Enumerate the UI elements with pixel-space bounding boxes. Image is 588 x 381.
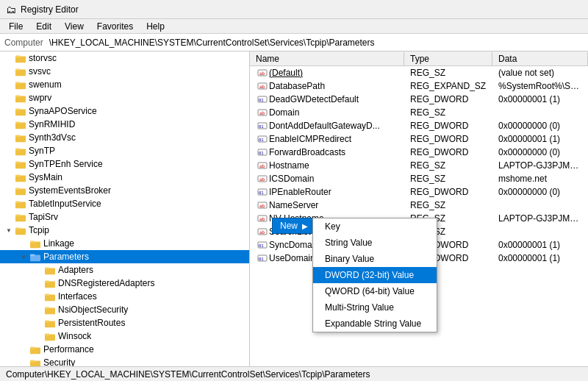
tree-expander[interactable]: [32, 267, 44, 274]
folder-icon: [15, 52, 26, 64]
folder-icon: [15, 105, 26, 117]
tree-expander[interactable]: [32, 333, 44, 340]
tree-expander[interactable]: [32, 320, 44, 327]
tree-item[interactable]: storvsc: [0, 51, 249, 65]
tree-expander[interactable]: [3, 174, 15, 181]
folder-icon: [29, 343, 41, 355]
tree-item-label: Linkage: [43, 238, 74, 249]
menu-favorites[interactable]: Favorites: [91, 20, 139, 33]
tree-expander[interactable]: [3, 135, 15, 141]
tree-expander[interactable]: [3, 161, 15, 168]
value-row[interactable]: 01 DeadGWDetectDefault REG_DWORD 0x00000…: [250, 93, 588, 106]
value-data: 0x00000000 (0): [492, 187, 588, 197]
tree-item[interactable]: SynTP: [0, 144, 249, 157]
tree-item[interactable]: Performance: [0, 343, 249, 356]
value-type: REG_SZ: [404, 200, 492, 210]
folder-icon: [15, 92, 26, 104]
tree-expander[interactable]: [3, 68, 15, 75]
value-row[interactable]: ab ICSDomain REG_SZ mshome.net: [250, 172, 588, 185]
tree-expander[interactable]: [32, 293, 44, 300]
submenu-item[interactable]: Key: [313, 218, 437, 235]
tree-item[interactable]: DNSRegisteredAdapters: [0, 277, 249, 290]
tree-item[interactable]: SystemEventsBroker: [0, 184, 249, 197]
tree-expander[interactable]: [3, 148, 15, 154]
tree-expander[interactable]: [18, 360, 29, 366]
value-data: 0x00000000 (0): [492, 121, 588, 131]
value-type: REG_SZ: [404, 68, 492, 78]
tree-item[interactable]: Winsock: [0, 330, 249, 343]
value-icon: ab: [256, 160, 269, 171]
value-row[interactable]: ab DatabasePath REG_EXPAND_SZ %SystemRoo…: [250, 79, 588, 93]
svg-rect-41: [45, 321, 49, 323]
value-type: REG_SZ: [404, 174, 492, 184]
menu-file[interactable]: File: [3, 20, 29, 33]
tree-expander[interactable]: [18, 241, 29, 247]
menu-edit[interactable]: Edit: [30, 20, 57, 33]
svg-rect-23: [15, 202, 20, 204]
tree-item[interactable]: SynRMIHID: [0, 118, 249, 131]
tree-item[interactable]: TapiSrv: [0, 210, 249, 224]
value-row[interactable]: 01 EnableICMPRedirect REG_DWORD 0x000000…: [250, 132, 588, 146]
tree-item[interactable]: SynaAPOService: [0, 104, 249, 118]
folder-icon: [29, 357, 41, 366]
value-type: REG_SZ: [404, 107, 492, 118]
tree-expander[interactable]: [3, 108, 15, 115]
tree-expander[interactable]: [3, 82, 15, 88]
tree-expander[interactable]: [18, 346, 29, 353]
menu-help[interactable]: Help: [140, 20, 171, 33]
submenu-item[interactable]: Binary Value: [313, 251, 437, 267]
value-row[interactable]: ab Domain REG_SZ: [250, 106, 588, 119]
tree-item-label: swenum: [29, 79, 62, 90]
tree-expander[interactable]: [3, 188, 15, 194]
value-icon: 01: [256, 94, 269, 104]
submenu-item[interactable]: QWORD (64-bit) Value: [313, 283, 437, 299]
context-submenu: KeyString ValueBinary ValueDWORD (32-bit…: [312, 218, 437, 332]
tree-expander[interactable]: [3, 201, 15, 207]
tree-item[interactable]: svsvc: [0, 65, 249, 78]
svg-text:01: 01: [259, 257, 264, 261]
tree-expander[interactable]: ▼: [3, 227, 15, 234]
tree-item[interactable]: ▼ Tcpip: [0, 224, 249, 237]
title-bar: 🗂 Registry Editor: [0, 0, 588, 19]
value-row[interactable]: 01 ForwardBroadcasts REG_DWORD 0x0000000…: [250, 146, 588, 159]
tree-scroll[interactable]: storvsc svsvc swenum swprv SynaAPOServic…: [0, 51, 249, 366]
tree-item-label: SysMain: [29, 172, 62, 182]
tree-expander[interactable]: [3, 55, 15, 62]
new-button[interactable]: New ▶: [272, 218, 316, 234]
tree-expander[interactable]: [3, 95, 15, 102]
tree-item[interactable]: NsiObjectSecurity: [0, 303, 249, 316]
value-row[interactable]: 01 IPEnableRouter REG_DWORD 0x00000000 (…: [250, 185, 588, 199]
value-data: 0x00000000 (0): [492, 147, 588, 157]
value-type: REG_DWORD: [404, 187, 492, 197]
tree-item[interactable]: Security: [0, 356, 249, 366]
submenu-item[interactable]: DWORD (32-bit) Value: [313, 267, 437, 283]
submenu-item[interactable]: String Value: [313, 235, 437, 251]
value-name: 01 DeadGWDetectDefault: [250, 94, 404, 104]
submenu-item[interactable]: Expandable String Value: [313, 316, 437, 332]
tree-item[interactable]: Synth3dVsc: [0, 131, 249, 144]
tree-item[interactable]: Adapters: [0, 263, 249, 277]
address-path[interactable]: \HKEY_LOCAL_MACHINE\SYSTEM\CurrentContro…: [49, 38, 375, 48]
submenu-item[interactable]: Multi-String Value: [313, 299, 437, 316]
tree-item[interactable]: SynTPEnh Service: [0, 157, 249, 171]
tree-expander[interactable]: [3, 121, 15, 128]
tree-item[interactable]: TabletInputService: [0, 197, 249, 210]
status-text: Computer\HKEY_LOCAL_MACHINE\SYSTEM\Curre…: [6, 369, 370, 380]
menu-view[interactable]: View: [59, 20, 90, 33]
tree-item[interactable]: Linkage: [0, 237, 249, 250]
tree-item[interactable]: swenum: [0, 78, 249, 91]
value-row[interactable]: 01 DontAddDefaultGatewayD... REG_DWORD 0…: [250, 119, 588, 132]
tree-item[interactable]: ▼ Parameters: [0, 250, 249, 263]
tree-item[interactable]: swprv: [0, 91, 249, 104]
tree-expander[interactable]: [32, 307, 44, 313]
tree-expander[interactable]: [3, 214, 15, 221]
value-row[interactable]: ab (Default) REG_SZ (value not set): [250, 66, 588, 79]
tree-item[interactable]: PersistentRoutes: [0, 316, 249, 330]
tree-expander[interactable]: ▼: [18, 254, 29, 260]
value-row[interactable]: ab Hostname REG_SZ LAPTOP-GJ3PJMBM: [250, 159, 588, 172]
value-row[interactable]: ab NameServer REG_SZ: [250, 199, 588, 212]
tree-item[interactable]: Interfaces: [0, 290, 249, 303]
folder-icon: [15, 132, 26, 143]
tree-expander[interactable]: [32, 280, 44, 287]
tree-item[interactable]: SysMain: [0, 171, 249, 184]
